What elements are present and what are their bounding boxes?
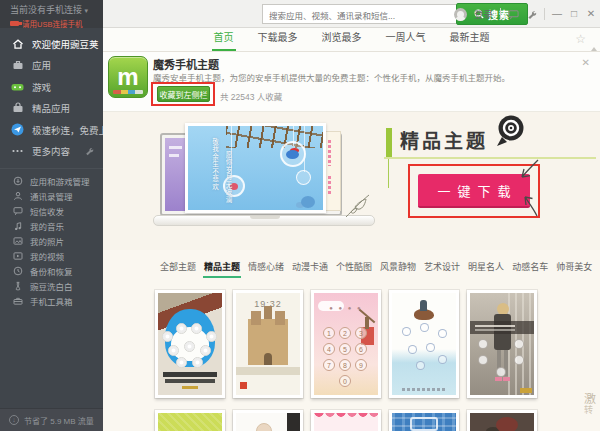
green-accent-tail — [388, 158, 389, 188]
search-input[interactable] — [263, 7, 456, 25]
scroll-up-arrow-icon[interactable] — [591, 47, 597, 51]
paper-plane-icon — [11, 123, 24, 136]
keypad-digit: 9 — [355, 359, 367, 371]
wind-chime — [296, 170, 311, 185]
user-avatar-icon[interactable] — [454, 8, 467, 21]
theme-card-girl-photo[interactable] — [467, 290, 537, 398]
theme-card-blue-pattern[interactable] — [389, 410, 459, 431]
wind-chime — [280, 141, 306, 167]
flask-icon — [12, 281, 23, 291]
category-featured[interactable]: 精品主题 — [203, 257, 241, 278]
category-beauty[interactable]: 帅哥美女 — [555, 257, 593, 278]
close-button[interactable]: ✕ — [586, 9, 596, 19]
app-title: 魔秀手机主题 — [153, 56, 219, 72]
category-anime[interactable]: 动漫卡通 — [291, 257, 329, 278]
home-icon — [11, 38, 24, 50]
sidebar-item-xibaibai[interactable]: 豌豆洗白白 — [0, 278, 103, 293]
sidebar-item-music[interactable]: 我的音乐 — [0, 218, 103, 233]
photo-icon — [12, 236, 23, 246]
theme-vertical-text-1: 敬我余生不悲欢 — [210, 138, 220, 191]
sidebar-item-photos[interactable]: 我的照片 — [0, 233, 103, 248]
sidebar-item-featured-apps[interactable]: 精品应用 — [0, 98, 103, 120]
tab-weekly-popular[interactable]: 一周人气 — [384, 29, 428, 51]
contact-icon — [12, 191, 23, 201]
ellipsis-icon — [11, 145, 24, 157]
chevron-down-icon: ▾ — [85, 7, 89, 14]
sidebar-item-label: 应用和游戏管理 — [30, 175, 90, 187]
category-celebrity[interactable]: 明星名人 — [467, 257, 505, 278]
category-cool[interactable]: 个性酷图 — [335, 257, 373, 278]
maximize-button[interactable]: □ — [569, 9, 579, 19]
keypad-digit: 2 — [339, 327, 351, 339]
theme-card-lime[interactable] — [155, 410, 225, 431]
keypad-digit: 4 — [323, 343, 335, 355]
collect-to-sidebar-button[interactable]: 收藏到左侧栏 — [157, 86, 210, 102]
green-underline — [384, 157, 596, 159]
keypad-digit: 8 — [339, 359, 351, 371]
manage-icon — [12, 176, 23, 186]
theme-grid-row-2 — [155, 410, 537, 431]
theme-thumbnail-art — [158, 413, 222, 431]
tab-newest[interactable]: 最新主题 — [448, 29, 492, 51]
clock-backup-icon — [12, 266, 23, 276]
sidebar-item-more[interactable]: 更多内容 — [0, 141, 103, 163]
banner-title: 精品主题 — [400, 126, 488, 153]
theme-thumbnail-art — [392, 413, 456, 431]
category-scenery[interactable]: 风景静物 — [379, 257, 417, 278]
theme-card-pin-lock[interactable]: ● ● ● ● 1234567890 — [311, 290, 381, 398]
toolbox-icon — [12, 296, 23, 306]
sidebar-item-label: 我的视频 — [30, 250, 64, 262]
sidebar-item-welcome[interactable]: 欢迎使用豌豆荚 — [0, 33, 103, 55]
hand-drawn-arrows-icon — [491, 158, 543, 218]
laptop-purple-panel — [165, 138, 187, 211]
theme-card-dark-photo[interactable] — [467, 410, 537, 431]
traffic-saved-label: 节省了 5.9 MB 流量 — [24, 415, 94, 426]
category-art[interactable]: 艺术设计 — [423, 257, 461, 278]
sidebar-item-contacts[interactable]: 通讯录管理 — [0, 188, 103, 203]
theme-card-church[interactable]: 19:32 — [233, 290, 303, 398]
sidebar-item-sms[interactable]: 短信收发 — [0, 203, 103, 218]
theme-card-sketch[interactable] — [233, 410, 303, 431]
traffic-saved-bar: ↓ 节省了 5.9 MB 流量 — [0, 408, 103, 431]
sidebar-item-label: 短信收发 — [30, 205, 64, 217]
sidebar-item-speed-connect[interactable]: 极速秒连，免费上网 — [0, 119, 103, 141]
briefcase-icon — [11, 59, 24, 71]
theme-card-pink-scallop[interactable] — [311, 410, 381, 431]
theme-thumbnail-art — [470, 293, 534, 395]
panel-close-icon[interactable]: ✕ — [582, 57, 590, 68]
tab-home[interactable]: 首页 — [212, 29, 236, 51]
flower-art — [301, 196, 315, 208]
keypad-digit: 6 — [355, 343, 367, 355]
theme-thumbnail-art — [314, 413, 378, 431]
theme-vertical-text-2: 愿你岁月无波澜 — [223, 151, 233, 204]
sidebar-item-apps[interactable]: 应用 — [0, 55, 103, 77]
search-box — [262, 4, 456, 24]
tab-most-viewed[interactable]: 浏览最多 — [320, 29, 364, 51]
sidebar-item-label: 我的音乐 — [30, 220, 64, 232]
app-header: m 魔秀手机主题 魔秀安卓手机主题，为您的安卓手机提供大量的免费主题：个性化手机… — [103, 52, 600, 112]
minimize-button[interactable]: — — [552, 9, 562, 19]
device-connection-dropdown[interactable]: 当前没有手机连接 ▾ 请用USB连接手机 — [0, 0, 103, 28]
sidebar-item-videos[interactable]: 我的视频 — [0, 248, 103, 263]
leaf-sketch-icon — [343, 190, 373, 220]
login-link[interactable]: 登录 — [474, 7, 493, 21]
settings-wrench-icon[interactable] — [526, 9, 537, 20]
tab-most-downloaded[interactable]: 下载最多 — [256, 29, 300, 51]
sidebar-item-app-game-manager[interactable]: 应用和游戏管理 — [0, 173, 103, 188]
sidebar-item-backup[interactable]: 备份和恢复 — [0, 263, 103, 278]
sidebar-item-games[interactable]: 游戏 — [0, 76, 103, 98]
sidebar-item-label: 更多内容 — [32, 144, 70, 158]
category-all[interactable]: 全部主题 — [159, 257, 197, 278]
customize-wrench-icon[interactable] — [84, 146, 94, 156]
theme-card-doraemon[interactable] — [155, 290, 225, 398]
favorite-star-icon[interactable]: ☆ — [575, 32, 586, 46]
feedback-icon[interactable] — [508, 9, 519, 20]
category-emotion[interactable]: 情感心绪 — [247, 257, 285, 278]
theme-thumbnail-art — [392, 293, 456, 395]
theme-card-horse-illustration[interactable] — [389, 290, 459, 398]
sidebar-item-toolbox[interactable]: 手机工具箱 — [0, 293, 103, 308]
sidebar-item-label: 备份和恢复 — [30, 265, 73, 277]
category-cars[interactable]: 动感名车 — [511, 257, 549, 278]
featured-banner: 敬我余生不悲欢 愿你岁月无波澜 精品主题 一键下载 — [103, 112, 600, 250]
top-bar: 当前没有手机连接 ▾ 请用USB连接手机 ← → 搜索 登录 — □ ✕ — [0, 0, 600, 28]
